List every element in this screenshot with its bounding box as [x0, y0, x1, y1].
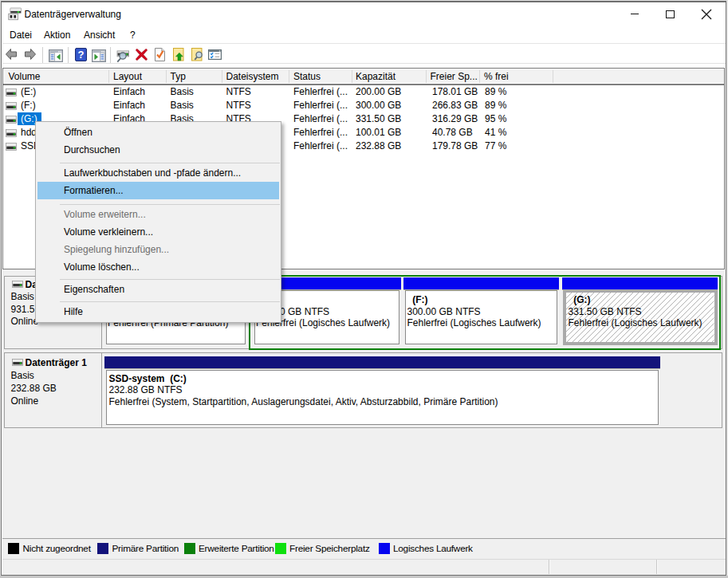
svg-text:?: ? — [77, 49, 84, 61]
